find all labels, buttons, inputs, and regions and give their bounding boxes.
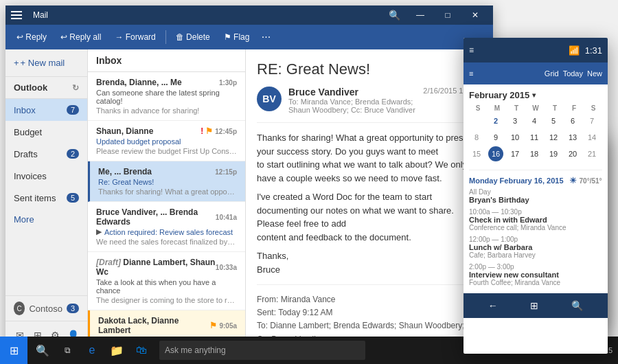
- cal-day-today[interactable]: 16: [488, 146, 503, 161]
- cal-day[interactable]: 18: [527, 146, 542, 161]
- contoso-badge: 3: [67, 304, 79, 313]
- action-required-icon: ▶: [96, 227, 102, 236]
- email-item-1[interactable]: Brenda, Dianne, ... Me 1:30p Can someone…: [88, 72, 245, 121]
- forward-button[interactable]: → Forward: [109, 27, 161, 47]
- email-item-2[interactable]: Shaun, Dianne ! ⚑ 12:45p Updated budget …: [88, 121, 245, 161]
- delete-button[interactable]: 🗑 Delete: [170, 27, 216, 47]
- cal-day[interactable]: 2: [488, 113, 503, 128]
- email-preview: Thanks in advance for sharing!: [96, 106, 237, 115]
- cortana-icon[interactable]: 🔍: [33, 341, 52, 360]
- cal-month: February 2015 ▾ S M T W T F S 2 3 4 5 6 …: [464, 84, 608, 167]
- email-body: Thanks for sharing! What a great opportu…: [257, 131, 482, 276]
- window-controls: — □ ✕: [408, 5, 488, 25]
- cal-day[interactable]: 6: [565, 113, 580, 128]
- email-item-4[interactable]: Bruce Vandiver, ... Brenda Edwards 10:41…: [88, 202, 245, 252]
- more-options-button[interactable]: ···: [258, 29, 274, 45]
- email-subject: Action required: Review sales forecast: [104, 228, 233, 236]
- back-icon[interactable]: ←: [488, 300, 498, 311]
- cal-day[interactable]: 7: [584, 113, 599, 128]
- cal-day[interactable]: 14: [584, 130, 599, 145]
- cal-day[interactable]: 12: [546, 130, 561, 145]
- cal-day[interactable]: 10: [507, 130, 523, 145]
- email-preview: The designer is coming to the store to r…: [96, 296, 237, 304]
- search-icon[interactable]: 🔍: [571, 300, 583, 311]
- email-sender: Brenda, Dianne, ... Me 1:30p: [96, 78, 237, 87]
- cal-day[interactable]: 20: [565, 146, 580, 161]
- cal-day[interactable]: 4: [527, 113, 542, 128]
- hamburger-menu[interactable]: [11, 7, 27, 23]
- cal-day[interactable]: 13: [565, 130, 580, 145]
- cal-toolbar: ≡ Grid Today New: [464, 62, 608, 84]
- cal-day[interactable]: 5: [546, 113, 561, 128]
- title-bar: Mail 🔍 — □ ✕: [5, 5, 493, 25]
- email-item-3[interactable]: Me, ... Brenda 12:15p Re: Great News! Th…: [88, 161, 245, 202]
- email-preview: Thanks for sharing! What a great opportu…: [98, 187, 237, 196]
- sidebar-item-drafts[interactable]: Drafts 2: [5, 143, 87, 165]
- sidebar-item-budget[interactable]: Budget: [5, 121, 87, 143]
- cal-hamburger-icon[interactable]: ≡: [469, 45, 474, 55]
- sidebar-item-inbox[interactable]: Inbox 7: [5, 99, 87, 121]
- task-view-icon[interactable]: ⧉: [58, 341, 77, 360]
- reply-button[interactable]: ↩ Reply: [11, 27, 52, 47]
- email-subject: Re: Great News!: [98, 178, 237, 186]
- email-preview: Please review the budget First Up Consul…: [96, 147, 237, 155]
- new-event-button[interactable]: New: [587, 69, 602, 78]
- ie-icon[interactable]: e: [82, 341, 102, 360]
- contoso-account[interactable]: C Contoso 3: [5, 295, 87, 321]
- cal-day[interactable]: [469, 113, 484, 128]
- email-sender: Bruce Vandiver, ... Brenda Edwards 10:41…: [96, 207, 237, 227]
- flag-button[interactable]: ⚑ Flag: [218, 27, 255, 47]
- cal-toolbar-right: Grid Today New: [545, 69, 602, 78]
- today-button[interactable]: Today: [563, 69, 583, 78]
- cal-day[interactable]: 17: [507, 146, 523, 161]
- close-button[interactable]: ✕: [463, 5, 488, 25]
- store-icon[interactable]: 🛍: [132, 341, 151, 360]
- cal-day[interactable]: 19: [546, 146, 561, 161]
- search-icon[interactable]: 🔍: [386, 7, 402, 23]
- folder-icon[interactable]: 📁: [107, 341, 126, 360]
- cal-day[interactable]: 9: [488, 130, 503, 145]
- dropdown-icon[interactable]: ▾: [532, 91, 536, 99]
- cal-day[interactable]: 8: [469, 130, 484, 145]
- email-subject: Updated budget proposal: [96, 137, 237, 146]
- email-item-5[interactable]: [Draft] Dianne Lambert, Shaun Wc 10:33a …: [88, 252, 245, 310]
- cal-day[interactable]: 21: [584, 146, 599, 161]
- email-subject-heading: RE: Great News!: [257, 60, 482, 78]
- sidebar-item-invoices[interactable]: Invoices: [5, 165, 87, 187]
- cal-event-allday: All Day Bryan's Birthday: [469, 188, 602, 204]
- email-list-header: Inbox: [88, 49, 245, 72]
- cal-nav: ← ⊞ 🔍: [464, 293, 608, 318]
- cal-month-title: February 2015 ▾: [469, 90, 602, 100]
- sidebar-item-sent[interactable]: Sent items 5: [5, 187, 87, 209]
- cal-menu-icon[interactable]: ≡: [469, 69, 473, 78]
- cal-event-2: 12:00p — 1:00p Lunch w/ Barbara Cafe; Ba…: [469, 236, 602, 259]
- windows-icon[interactable]: ⊞: [530, 300, 538, 311]
- email-subject: Take a look at this when you have a chan…: [96, 278, 237, 295]
- drafts-badge: 2: [67, 149, 79, 159]
- start-button[interactable]: ⊞: [0, 337, 27, 364]
- from-name: Bruce Vandiver: [288, 87, 416, 98]
- cal-day[interactable]: 11: [527, 130, 542, 145]
- email-icons: ⚑ 9:05a: [209, 321, 237, 330]
- toolbar-divider: [165, 30, 166, 44]
- grid-view-button[interactable]: Grid: [545, 69, 559, 78]
- email-sender: [Draft] Dianne Lambert, Shaun Wc 10:33a: [96, 258, 237, 277]
- minimize-button[interactable]: —: [408, 5, 433, 25]
- email-preview: We need the sales forecast finalized by …: [96, 238, 237, 246]
- sent-badge: 5: [67, 193, 79, 203]
- cal-day[interactable]: 15: [469, 146, 484, 161]
- sidebar-more-button[interactable]: More: [5, 209, 87, 230]
- email-sender: Dakota Lack, Dianne Lambert ⚑ 9:05a: [98, 316, 237, 335]
- new-mail-label: + New mail: [21, 58, 65, 68]
- sync-icon[interactable]: ↻: [72, 83, 79, 93]
- cal-header: ≡ 📶 1:31: [464, 38, 608, 62]
- cal-grid: S M T W T F S 2 3 4 5 6 7 8 9 10 11 12 1…: [469, 104, 602, 161]
- maximize-button[interactable]: □: [435, 5, 460, 25]
- new-mail-button[interactable]: + + New mail: [5, 49, 87, 77]
- weather-icon: ☀: [569, 176, 577, 185]
- cal-day[interactable]: 3: [507, 113, 523, 128]
- reply-all-button[interactable]: ↩ Reply all: [55, 27, 106, 47]
- email-divider: [257, 284, 482, 285]
- taskbar-search[interactable]: Ask me anything: [159, 341, 365, 360]
- content-area: + + New mail Outlook ↻ Inbox 7 Budget Dr…: [5, 49, 493, 349]
